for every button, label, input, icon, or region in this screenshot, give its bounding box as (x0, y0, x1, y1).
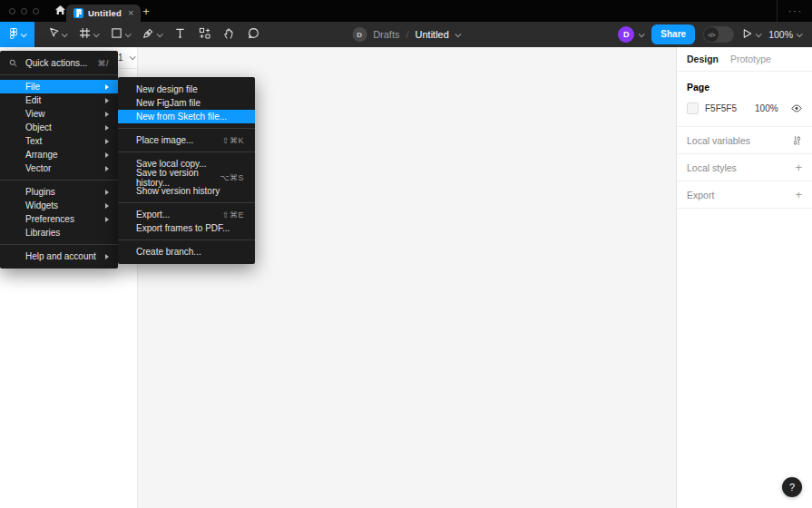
export-row[interactable]: Export + (677, 181, 812, 209)
pen-tool-button[interactable] (136, 22, 168, 47)
dev-mode-icon: </> (704, 27, 719, 42)
resources-icon (199, 26, 210, 43)
menu-item-create-branch[interactable]: Create branch... (118, 245, 255, 259)
variables-sliders-icon[interactable] (792, 135, 802, 146)
main-menu-button[interactable] (0, 22, 34, 47)
menu-item-new-figjam-file[interactable]: New FigJam file (118, 96, 255, 110)
minimize-window-button[interactable] (21, 8, 27, 15)
add-export-icon[interactable]: + (795, 188, 802, 201)
menu-item-widgets[interactable]: Widgets (0, 199, 118, 212)
chevron-down-icon[interactable] (129, 54, 135, 60)
menu-item-show-version-history[interactable]: Show version history (118, 184, 255, 198)
submenu-arrow-icon (105, 190, 109, 195)
dev-mode-toggle[interactable]: </> (703, 26, 734, 43)
menu-item-edit[interactable]: Edit (0, 93, 118, 107)
breadcrumb-separator: / (406, 29, 408, 40)
frame-tool-button[interactable] (73, 22, 104, 47)
close-window-button[interactable] (9, 8, 15, 15)
local-styles-row[interactable]: Local styles + (677, 154, 812, 181)
menu-item-plugins[interactable]: Plugins (0, 185, 118, 199)
properties-panel: Design Prototype Page F5F5F5 100% Local … (676, 47, 812, 508)
rectangle-tool-icon (111, 26, 122, 43)
chevron-down-icon (20, 31, 26, 37)
home-icon (54, 3, 66, 19)
submenu-arrow-icon (105, 166, 109, 171)
menu-item-file[interactable]: File (0, 80, 118, 93)
tab-prototype[interactable]: Prototype (730, 54, 771, 64)
zoom-level: 100% (768, 29, 793, 40)
traffic-lights (9, 8, 39, 15)
chevron-down-icon[interactable] (455, 31, 462, 37)
figma-file-badge-icon (73, 8, 83, 18)
menu-item-place-image[interactable]: Place image... ⇧⌘K (118, 133, 255, 147)
menu-item-arrange[interactable]: Arrange (0, 148, 118, 161)
shape-tool-button[interactable] (104, 22, 136, 47)
new-tab-button[interactable]: + (136, 0, 156, 22)
menu-separator (118, 151, 255, 152)
zoom-window-button[interactable] (33, 8, 39, 15)
submenu-arrow-icon (105, 139, 109, 144)
menu-separator (118, 239, 255, 240)
chevron-down-icon (157, 31, 163, 37)
help-button[interactable]: ? (782, 477, 802, 497)
frame-tool-icon (79, 26, 91, 43)
menu-item-new-from-sketch-file[interactable]: New from Sketch file... (118, 110, 255, 123)
page-color-swatch[interactable] (687, 103, 699, 114)
menu-item-export[interactable]: Export... ⇧⌘E (118, 208, 255, 221)
menu-item-export-frames-to-pdf[interactable]: Export frames to PDF... (118, 221, 255, 235)
tab-title: Untitled (88, 8, 122, 18)
local-styles-label: Local styles (687, 162, 737, 173)
window-titlebar: Untitled × + ··· (0, 0, 812, 22)
move-tool-button[interactable] (42, 22, 73, 47)
overflow-menu-icon[interactable]: ··· (788, 6, 803, 16)
text-tool-icon (174, 26, 186, 43)
user-avatar[interactable]: D (618, 26, 634, 43)
zoom-menu[interactable]: 100% (768, 29, 801, 40)
chevron-down-icon (125, 31, 132, 37)
resources-button[interactable] (192, 22, 217, 47)
menu-item-save-to-version-history[interactable]: Save to version history... ⌥⌘S (118, 171, 255, 184)
menu-separator (0, 180, 118, 181)
menu-item-preferences[interactable]: Preferences (0, 212, 118, 226)
hand-tool-button[interactable] (217, 22, 241, 47)
submenu-arrow-icon (105, 152, 109, 158)
chevron-down-icon (756, 31, 762, 37)
pen-tool-icon (142, 26, 154, 43)
local-variables-row[interactable]: Local variables (677, 127, 812, 154)
menu-item-help-and-account[interactable]: Help and account (0, 249, 118, 263)
quick-actions-shortcut: ⌘/ (97, 59, 109, 68)
tab-design[interactable]: Design (687, 54, 719, 64)
submenu-arrow-icon (105, 125, 109, 131)
present-button[interactable] (742, 26, 760, 43)
add-style-icon[interactable]: + (795, 161, 802, 174)
menu-item-object[interactable]: Object (0, 121, 118, 134)
menu-item-new-design-file[interactable]: New design file (118, 83, 255, 96)
user-menu[interactable]: D (618, 26, 643, 43)
chevron-down-icon (797, 31, 803, 37)
page-color-opacity[interactable]: 100% (755, 103, 778, 113)
main-menu-dropdown: Quick actions... ⌘/ File Edit View Objec… (0, 51, 118, 269)
share-button[interactable]: Share (651, 24, 695, 44)
submenu-arrow-icon (105, 203, 109, 209)
tab-close-icon[interactable]: × (128, 8, 133, 18)
local-variables-label: Local variables (687, 135, 750, 146)
tab-untitled[interactable]: Untitled × (66, 5, 141, 22)
visibility-eye-icon[interactable] (791, 104, 802, 112)
menu-separator (118, 202, 255, 203)
text-tool-button[interactable] (168, 22, 192, 47)
menu-item-view[interactable]: View (0, 107, 118, 121)
menu-item-libraries[interactable]: Libraries (0, 226, 118, 239)
page-color-hex[interactable]: F5F5F5 (705, 103, 737, 113)
menu-item-text[interactable]: Text (0, 134, 118, 148)
menu-separator (118, 128, 255, 129)
play-icon (742, 26, 752, 43)
menu-separator (0, 244, 118, 245)
submenu-arrow-icon (105, 254, 109, 259)
comment-tool-button[interactable] (241, 22, 266, 47)
menu-item-vector[interactable]: Vector (0, 161, 118, 175)
breadcrumb-filename[interactable]: Untitled (416, 29, 449, 40)
menu-item-quick-actions[interactable]: Quick actions... ⌘/ (0, 56, 118, 70)
file-breadcrumb[interactable]: D Drafts / Untitled (352, 22, 460, 47)
breadcrumb-project[interactable]: Drafts (373, 29, 399, 40)
move-tool-icon (48, 26, 59, 43)
